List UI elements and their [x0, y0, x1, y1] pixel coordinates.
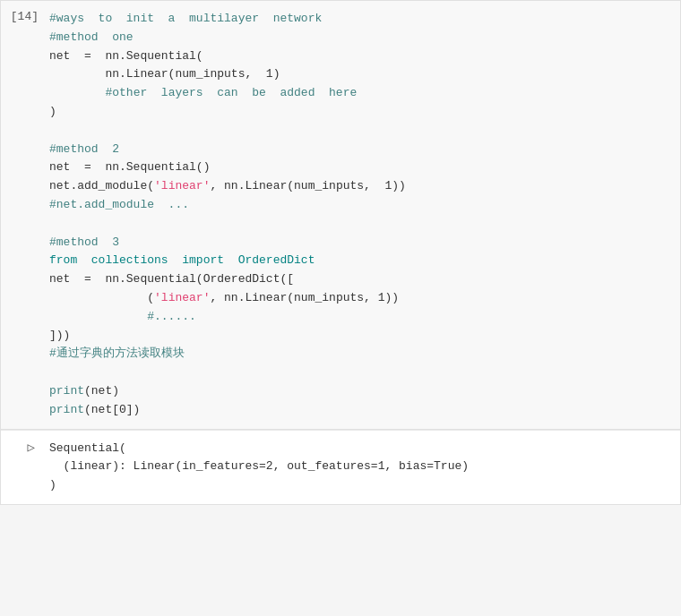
cell-code[interactable]: #ways to init a multilayer network #meth… — [46, 1, 680, 429]
comment-4: #net.add_module ... — [49, 198, 189, 211]
output-text: Sequential( (linear): Linear(in_features… — [46, 431, 680, 504]
comment-2: #method one — [49, 30, 134, 44]
print-1b: (net) — [84, 384, 119, 398]
output-arrow-icon: ▷ — [28, 440, 35, 455]
comment-inner: #...... — [147, 310, 196, 323]
string-2: 'linear' — [154, 291, 210, 304]
code-line-18: ])) — [49, 329, 70, 342]
print-2b: (net[0]) — [84, 403, 140, 416]
cell-output: ▷ Sequential( (linear): Linear(in_featur… — [1, 430, 680, 504]
print-1: print — [49, 384, 84, 398]
code-line-9: net = nn.Sequential() — [49, 160, 210, 174]
comment-inline-1: #other layers can be added here — [105, 86, 357, 99]
code-line-10b: , nn.Linear(num_inputs, 1)) — [210, 179, 405, 192]
cell-label: [14] — [1, 1, 46, 429]
code-paren-1: ) — [49, 105, 56, 118]
string-1: 'linear' — [154, 179, 210, 192]
cell-input: [14] #ways to init a multilayer network … — [1, 1, 680, 430]
code-line-10: net.add_module( — [49, 179, 154, 192]
comment-5: #method 3 — [49, 235, 119, 249]
comment-3: #method 2 — [49, 142, 119, 156]
import-line: from collections import OrderedDict — [49, 253, 315, 267]
notebook-cell-14: [14] #ways to init a multilayer network … — [0, 0, 681, 505]
chinese-comment: #通过字典的方法读取模块 — [49, 346, 185, 360]
output-label: ▷ — [1, 431, 46, 504]
comment-1: #ways to init a multilayer network — [49, 12, 322, 25]
print-2: print — [49, 403, 84, 416]
